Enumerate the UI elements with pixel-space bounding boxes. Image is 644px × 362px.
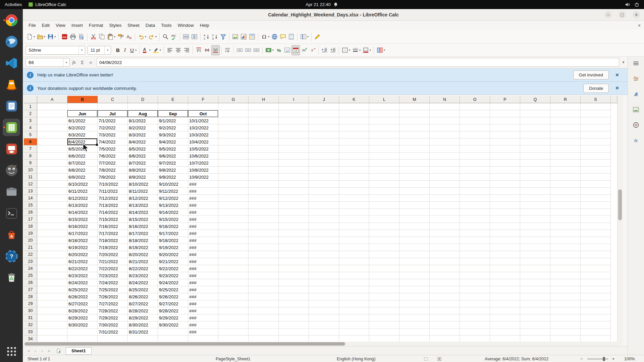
cell-A21[interactable] bbox=[37, 244, 67, 251]
cell-F10[interactable]: 10/8/2022 bbox=[188, 167, 218, 174]
cell-R11[interactable] bbox=[550, 174, 581, 181]
cell-Q18[interactable] bbox=[520, 223, 550, 230]
cell-Q33[interactable] bbox=[520, 328, 550, 336]
cell-R22[interactable] bbox=[550, 251, 581, 258]
row-header-4[interactable]: 4 bbox=[24, 124, 37, 131]
cell-N18[interactable] bbox=[430, 223, 460, 230]
cell-E17[interactable]: 9/15/2022 bbox=[158, 216, 188, 223]
cell-M30[interactable] bbox=[399, 307, 430, 314]
cell-H25[interactable] bbox=[249, 272, 279, 279]
cell-H3[interactable] bbox=[249, 117, 279, 124]
cell-H27[interactable] bbox=[249, 286, 279, 293]
cell-J14[interactable] bbox=[309, 195, 339, 202]
cell-B4[interactable]: 6/2/2022 bbox=[67, 124, 98, 131]
cell-S5[interactable] bbox=[581, 131, 611, 138]
cell-P19[interactable] bbox=[490, 230, 520, 237]
cell-D10[interactable]: 8/8/2022 bbox=[128, 167, 158, 174]
cell-S7[interactable] bbox=[581, 145, 611, 153]
cell-D30[interactable]: 8/28/2022 bbox=[128, 307, 158, 314]
cell-D27[interactable]: 8/25/2022 bbox=[128, 286, 158, 293]
cell-A23[interactable] bbox=[37, 258, 67, 265]
cell-N7[interactable] bbox=[430, 145, 460, 153]
minimize-button[interactable]: − bbox=[604, 11, 612, 18]
cell-M27[interactable] bbox=[399, 286, 430, 293]
cell-N28[interactable] bbox=[430, 293, 460, 300]
merge-center-button[interactable] bbox=[235, 45, 244, 55]
row-header-33[interactable]: 33 bbox=[24, 328, 37, 336]
align-left-button[interactable] bbox=[166, 45, 174, 55]
fill-handle[interactable] bbox=[96, 144, 98, 146]
cell-E18[interactable]: 9/16/2022 bbox=[158, 223, 188, 230]
cell-L7[interactable] bbox=[369, 145, 399, 153]
cell-L33[interactable] bbox=[369, 328, 399, 336]
cell-E21[interactable]: 9/19/2022 bbox=[158, 244, 188, 251]
cell-C12[interactable]: 7/10/2022 bbox=[98, 181, 128, 188]
cell-O7[interactable] bbox=[460, 145, 490, 153]
cell-L23[interactable] bbox=[369, 258, 399, 265]
cell-G1[interactable] bbox=[218, 103, 249, 110]
chevron-down-icon[interactable]: ▾ bbox=[135, 49, 137, 52]
row-header-3[interactable]: 3 bbox=[24, 117, 37, 124]
cell-L6[interactable] bbox=[369, 138, 399, 145]
cell-N3[interactable] bbox=[430, 117, 460, 124]
cell-A6[interactable] bbox=[37, 138, 67, 145]
row-header-15[interactable]: 15 bbox=[24, 202, 37, 209]
cell-J16[interactable] bbox=[309, 209, 339, 216]
cell-C3[interactable]: 7/1/2022 bbox=[98, 117, 128, 124]
cell-M3[interactable] bbox=[399, 117, 430, 124]
column-header-M[interactable]: M bbox=[399, 96, 430, 103]
cell-I27[interactable] bbox=[279, 286, 309, 293]
cell-R20[interactable] bbox=[550, 237, 581, 244]
cell-O4[interactable] bbox=[460, 124, 490, 131]
cell-G2[interactable] bbox=[218, 110, 249, 117]
cell-F18[interactable]: ### bbox=[188, 223, 218, 230]
cell-E30[interactable]: 9/28/2022 bbox=[158, 307, 188, 314]
cell-B10[interactable]: 6/8/2022 bbox=[67, 167, 98, 174]
cell-Q29[interactable] bbox=[520, 300, 550, 307]
cell-R15[interactable] bbox=[550, 202, 581, 209]
cell-O20[interactable] bbox=[460, 237, 490, 244]
cell-O5[interactable] bbox=[460, 131, 490, 138]
cell-G4[interactable] bbox=[218, 124, 249, 131]
previous-sheet-button[interactable]: ‹ bbox=[32, 348, 39, 353]
menu-help[interactable]: Help bbox=[197, 22, 212, 29]
cell-P13[interactable] bbox=[490, 188, 520, 195]
cell-M32[interactable] bbox=[399, 321, 430, 328]
cell-G22[interactable] bbox=[218, 251, 249, 258]
row-header-13[interactable]: 13 bbox=[24, 188, 37, 195]
cell-J10[interactable] bbox=[309, 167, 339, 174]
cell-G21[interactable] bbox=[218, 244, 249, 251]
dock-item-trash[interactable] bbox=[3, 269, 20, 286]
cell-B28[interactable]: 6/26/2022 bbox=[67, 293, 98, 300]
font-size-combo[interactable]: 11 pt ▾ bbox=[88, 46, 111, 55]
menu-styles[interactable]: Styles bbox=[106, 22, 125, 29]
cell-O23[interactable] bbox=[460, 258, 490, 265]
cell-O12[interactable] bbox=[460, 181, 490, 188]
cell-M14[interactable] bbox=[399, 195, 430, 202]
cell-B21[interactable]: 6/19/2022 bbox=[67, 244, 98, 251]
cell-C18[interactable]: 7/16/2022 bbox=[98, 223, 128, 230]
cell-K8[interactable] bbox=[339, 153, 369, 160]
cell-R28[interactable] bbox=[550, 293, 581, 300]
titlebar[interactable]: Calendar_Highlight_Weekend_Days.xlsx - L… bbox=[23, 9, 644, 21]
cell-J29[interactable] bbox=[309, 300, 339, 307]
cell-J6[interactable] bbox=[309, 138, 339, 145]
cell-M24[interactable] bbox=[399, 265, 430, 272]
cell-B13[interactable]: 6/11/2022 bbox=[67, 188, 98, 195]
cell-D23[interactable]: 8/21/2022 bbox=[128, 258, 158, 265]
cell-K11[interactable] bbox=[339, 174, 369, 181]
cell-O22[interactable] bbox=[460, 251, 490, 258]
cell-H29[interactable] bbox=[249, 300, 279, 307]
cell-R27[interactable] bbox=[550, 286, 581, 293]
cell-M17[interactable] bbox=[399, 216, 430, 223]
cell-P18[interactable] bbox=[490, 223, 520, 230]
chevron-down-icon[interactable]: ▾ bbox=[114, 35, 115, 38]
cell-R4[interactable] bbox=[550, 124, 581, 131]
cell-C10[interactable]: 7/8/2022 bbox=[98, 167, 128, 174]
cell-C17[interactable]: 7/15/2022 bbox=[98, 216, 128, 223]
cell-F9[interactable]: 10/7/2022 bbox=[188, 160, 218, 167]
cell-L9[interactable] bbox=[369, 160, 399, 167]
dock-item-ubuntu-software[interactable]: A bbox=[3, 226, 20, 243]
cell-N30[interactable] bbox=[430, 307, 460, 314]
cell-E27[interactable]: 9/25/2022 bbox=[158, 286, 188, 293]
